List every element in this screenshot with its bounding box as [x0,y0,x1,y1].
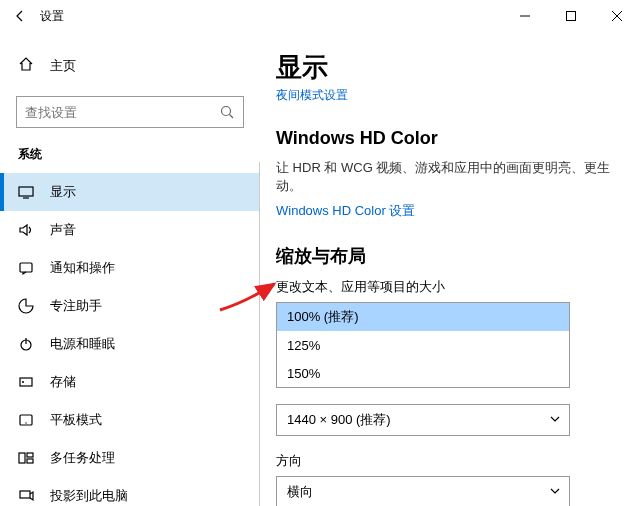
sidebar-item-label: 显示 [50,183,76,201]
resolution-value: 1440 × 900 (推荐) [287,411,391,429]
sidebar-item-storage[interactable]: 存储 [0,363,260,401]
scale-option-125[interactable]: 125% [277,331,569,359]
hd-color-title: Windows HD Color [276,128,616,149]
sidebar-item-notifications[interactable]: 通知和操作 [0,249,260,287]
svg-rect-6 [19,187,33,196]
svg-rect-15 [19,453,25,463]
multitask-icon [18,450,34,466]
sidebar-item-label: 通知和操作 [50,259,115,277]
page-title: 显示 [276,50,616,85]
scale-option-150[interactable]: 150% [277,359,569,387]
orientation-combo[interactable]: 横向 [276,476,570,506]
svg-rect-17 [27,459,33,463]
svg-rect-18 [20,491,30,498]
chevron-down-icon [549,413,561,428]
sound-icon [18,222,34,238]
sidebar-item-label: 专注助手 [50,297,102,315]
sidebar-item-label: 电源和睡眠 [50,335,115,353]
sidebar-item-focus[interactable]: 专注助手 [0,287,260,325]
tablet-icon [18,412,34,428]
sidebar-item-power[interactable]: 电源和睡眠 [0,325,260,363]
resolution-combo[interactable]: 1440 × 900 (推荐) [276,404,570,436]
chevron-down-icon [549,485,561,500]
sidebar-item-label: 多任务处理 [50,449,115,467]
scale-layout-title: 缩放与布局 [276,244,616,268]
power-icon [18,336,34,352]
display-icon [18,184,34,200]
sidebar-item-label: 声音 [50,221,76,239]
svg-line-5 [230,115,234,119]
main-content: 显示 夜间模式设置 Windows HD Color 让 HDR 和 WCG 视… [260,32,640,506]
minimize-button[interactable] [502,0,548,32]
sidebar-item-tablet[interactable]: 平板模式 [0,401,260,439]
sidebar-item-label: 平板模式 [50,411,102,429]
home-icon [18,56,34,76]
sidebar-item-display[interactable]: 显示 [0,173,260,211]
sidebar-item-sound[interactable]: 声音 [0,211,260,249]
night-mode-link[interactable]: 夜间模式设置 [276,87,616,104]
close-button[interactable] [594,0,640,32]
maximize-button[interactable] [548,0,594,32]
svg-rect-1 [567,12,576,21]
scale-label: 更改文本、应用等项目的大小 [276,278,616,296]
sidebar-item-multitask[interactable]: 多任务处理 [0,439,260,477]
sidebar-item-label: 投影到此电脑 [50,487,128,505]
notifications-icon [18,260,34,276]
svg-rect-8 [20,263,32,272]
focus-icon [18,298,34,314]
home-label: 主页 [50,57,76,75]
search-box[interactable] [16,96,244,128]
hd-color-desc: 让 HDR 和 WCG 视频、游戏和应用中的画面更明亮、更生动。 [276,159,616,195]
orientation-value: 横向 [287,483,313,501]
svg-point-4 [222,107,231,116]
svg-rect-11 [20,378,32,386]
back-button[interactable] [8,4,32,28]
hd-color-link[interactable]: Windows HD Color 设置 [276,202,415,220]
scale-option-100[interactable]: 100% (推荐) [277,303,569,331]
search-icon [219,104,235,120]
project-icon [18,488,34,504]
search-input[interactable] [25,105,219,120]
svg-point-12 [22,381,24,383]
category-label: 系统 [0,132,260,173]
svg-point-14 [25,422,26,423]
sidebar-item-project[interactable]: 投影到此电脑 [0,477,260,506]
home-button[interactable]: 主页 [0,48,260,84]
svg-rect-16 [27,453,33,457]
orientation-label: 方向 [276,452,616,470]
scale-dropdown[interactable]: 100% (推荐) 125% 150% [276,302,570,388]
sidebar-item-label: 存储 [50,373,76,391]
window-title: 设置 [40,8,64,25]
sidebar: 主页 系统 显示 声音 通知和操作 [0,32,260,506]
storage-icon [18,374,34,390]
